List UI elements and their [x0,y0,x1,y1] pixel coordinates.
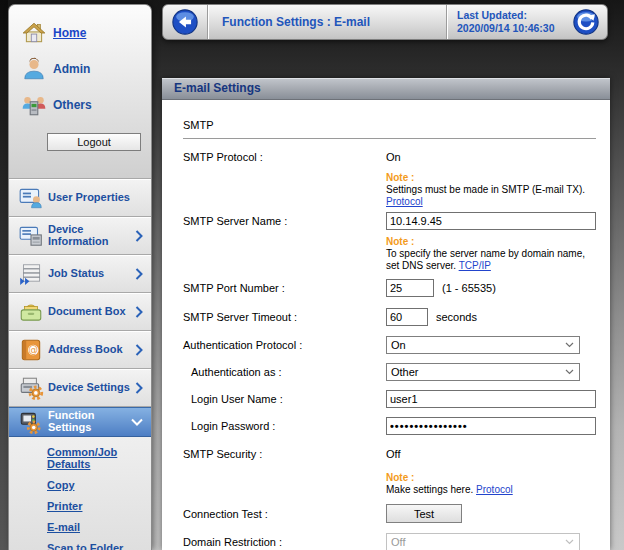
select-chevron-icon [565,539,574,545]
smtp-protocol-note: Note : Settings must be made in SMTP (E-… [386,172,596,207]
user-properties-icon [17,184,45,212]
job-status-icon [17,260,45,288]
smtp-security-note: Note : Make settings here. Protocol [386,472,596,496]
sidebar-item-user-properties[interactable]: User Properties [9,179,151,217]
login-user-name-input[interactable] [386,390,596,408]
sidebar-item-device-information[interactable]: Device Information [9,217,151,255]
smtp-server-name-note: Note : To specify the server name by dom… [386,236,596,271]
login-user-row: Login User Name : [183,390,596,408]
page-left-shadow [0,0,8,550]
home-icon [19,18,49,48]
auth-protocol-select[interactable]: On [386,336,580,354]
chevron-down-icon [131,418,143,426]
admin-icon [19,54,49,84]
auth-as-row: Authentication as : Other [183,363,596,381]
document-box-icon [17,298,45,326]
back-icon [171,8,199,36]
sidebar-item-home[interactable]: Home [9,15,151,51]
submenu-link-scan-to-folder[interactable]: Scan to Folder [47,542,151,550]
home-link-label: Home [53,26,86,40]
email-settings-panel: E-mail Settings SMTP SMTP Protocol : On … [162,78,610,550]
smtp-timeout-row: SMTP Server Timeout : seconds [183,308,596,326]
chevron-right-icon [133,344,143,356]
select-chevron-icon [565,342,574,348]
smtp-section-title: SMTP [183,119,596,131]
refresh-icon [572,8,600,36]
auth-as-select[interactable]: Other [386,363,580,381]
tcpip-link[interactable]: TCP/IP [459,260,491,271]
back-button[interactable] [171,8,199,36]
function-settings-submenu: Common/Job Defaults Copy Printer E-mail … [9,437,151,550]
last-updated-label: Last Updated: [457,9,565,22]
domain-restriction-select: Off [386,533,580,550]
panel-title: E-mail Settings [162,78,610,100]
smtp-timeout-input[interactable] [386,308,428,326]
smtp-timeout-unit: seconds [436,311,477,323]
page-header: Function Settings : E-mail Last Updated:… [162,4,608,40]
last-updated: Last Updated: 2020/09/14 10:46:30 [447,9,565,35]
address-book-icon: @ [17,336,45,364]
submenu-link-common-job-defaults[interactable]: Common/Job Defaults [47,446,151,470]
auth-protocol-row: Authentication Protocol : On [183,336,596,354]
domain-restriction-row: Domain Restriction : Off [183,533,596,550]
chevron-right-icon [133,268,143,280]
smtp-port-row: SMTP Port Number : (1 - 65535) [183,279,596,297]
smtp-security-value: Off [386,448,400,460]
select-chevron-icon [565,369,574,375]
last-updated-value: 2020/09/14 10:46:30 [457,22,565,35]
sidebar-menu: User Properties Device Information [9,179,151,437]
sidebar-item-document-box[interactable]: Document Box [9,293,151,331]
section-divider [183,138,596,139]
connection-test-row: Connection Test : Test [183,504,596,523]
device-settings-icon [17,374,45,402]
protocol-link-2[interactable]: Protocol [476,484,513,495]
sidebar-item-others[interactable]: Others [9,87,151,123]
page-title: Function Settings : E-mail [208,15,446,29]
submenu-link-printer[interactable]: Printer [47,500,151,512]
smtp-port-input[interactable] [386,279,434,297]
function-settings-icon [17,408,45,436]
sidebar-item-address-book[interactable]: @ Address Book [9,331,151,369]
sidebar: Home Admin [8,4,152,550]
device-information-icon [17,222,45,250]
chevron-right-icon [133,230,143,242]
login-password-row: Login Password : [183,417,596,435]
sidebar-item-function-settings[interactable]: Function Settings [9,407,151,437]
login-password-input[interactable] [386,417,596,435]
sidebar-item-job-status[interactable]: Job Status [9,255,151,293]
smtp-server-name-row: SMTP Server Name : [183,212,596,230]
submenu-link-email[interactable]: E-mail [47,521,151,533]
sidebar-item-device-settings[interactable]: Device Settings [9,369,151,407]
smtp-server-name-input[interactable] [386,212,596,230]
svg-text:@: @ [28,344,38,355]
refresh-button[interactable] [572,8,600,36]
submenu-link-copy[interactable]: Copy [47,479,151,491]
protocol-link[interactable]: Protocol [386,196,423,207]
admin-label: Admin [53,62,90,76]
sidebar-item-admin[interactable]: Admin [9,51,151,87]
chevron-right-icon [133,306,143,318]
test-button[interactable]: Test [386,504,462,523]
others-icon [19,90,49,120]
account-section: Home Admin [9,5,151,179]
smtp-security-row: SMTP Security : Off [183,448,596,460]
chevron-right-icon [133,382,143,394]
smtp-port-range-hint: (1 - 65535) [442,282,496,294]
others-label: Others [53,98,92,112]
logout-button[interactable]: Logout [47,133,141,151]
smtp-protocol-row: SMTP Protocol : On [183,151,596,163]
smtp-protocol-value: On [386,151,401,163]
